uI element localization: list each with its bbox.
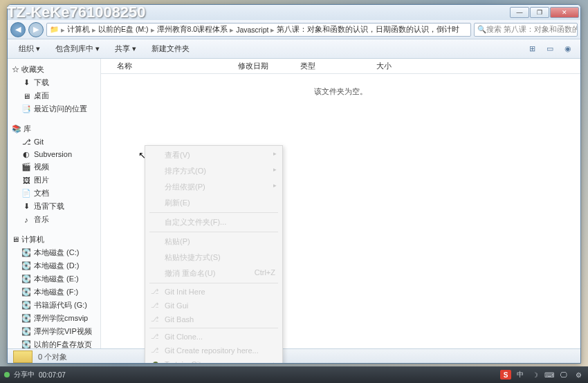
- context-menu-label: 查看(V): [165, 150, 190, 160]
- sidebar-item-label: 本地磁盘 (F:): [34, 287, 78, 297]
- new-folder-button[interactable]: 新建文件夹: [146, 42, 195, 55]
- context-menu-item-3[interactable]: 刷新(E): [147, 195, 281, 211]
- share-status[interactable]: 分享中 00:07:07: [4, 370, 66, 380]
- sidebar-item-pc-0[interactable]: 💽本地磁盘 (C:): [8, 246, 100, 259]
- column-size[interactable]: 大小: [371, 61, 412, 71]
- context-menu-label: 自定义文件夹(F)...: [165, 217, 226, 227]
- context-menu-icon: ⎇: [151, 301, 160, 311]
- context-menu: 查看(V)排序方式(O)分组依据(P)刷新(E)自定义文件夹(F)...粘贴(P…: [145, 145, 283, 364]
- sidebar-item-icon: 💽: [21, 340, 31, 349]
- sidebar-item-icon: 🖥: [21, 91, 31, 101]
- sidebar-fav-header[interactable]: ☆ 收藏夹: [8, 63, 100, 76]
- monitor-icon[interactable]: 🖵: [558, 370, 569, 380]
- sidebar-item-pc-7[interactable]: 💽以前的F盘存放页: [8, 338, 100, 348]
- context-menu-icon: 🐢: [151, 360, 160, 364]
- breadcrumb-item[interactable]: 计算机: [67, 25, 90, 35]
- status-dot-icon: [4, 372, 10, 377]
- include-menu[interactable]: 包含到库中 ▾: [50, 42, 105, 55]
- sidebar-item-icon: 📑: [21, 104, 31, 114]
- sidebar-item-lib-6[interactable]: ♪音乐: [8, 213, 100, 226]
- sidebar-item-lib-0[interactable]: ⎇Git: [8, 136, 100, 148]
- sidebar-item-lib-4[interactable]: 📄文档: [8, 187, 100, 200]
- sidebar-item-icon: 💽: [21, 288, 31, 297]
- minimize-button[interactable]: —: [510, 7, 529, 18]
- column-date[interactable]: 修改日期: [232, 61, 295, 71]
- context-menu-separator: [149, 212, 278, 213]
- breadcrumb-item[interactable]: Javascript: [236, 26, 268, 34]
- context-menu-item-9[interactable]: 撤消 重命名(U)Ctrl+Z: [147, 265, 281, 281]
- preview-icon[interactable]: ▭: [543, 43, 557, 55]
- share-menu[interactable]: 共享 ▾: [109, 42, 142, 55]
- taskbar: 分享中 00:07:07 S 中 ☽ ⌨ 🖵 ⚙: [0, 366, 588, 383]
- navbar: ◀ ▶ 📁 ▸ 计算机 ▸ 以前的E盘 (M:) ▸ 潭州教育8.0课程体系 ▸…: [8, 20, 580, 39]
- sidebar-item-pc-5[interactable]: 💽潭州学院cmsvip: [8, 312, 100, 325]
- sidebar-item-label: 潭州学院cmsvip: [34, 313, 88, 324]
- sidebar-item-label: 图片: [34, 175, 49, 185]
- context-menu-separator: [149, 283, 278, 283]
- sidebar-item-pc-6[interactable]: 💽潭州学院VIP视频: [8, 325, 100, 338]
- column-name[interactable]: 名称: [111, 61, 232, 71]
- file-list-area[interactable]: 名称 修改日期 类型 大小 该文件夹为空。 ↖ 查看(V)排序方式(O)分组依据…: [101, 59, 580, 348]
- sidebar-item-fav-2[interactable]: 📑最近访问的位置: [8, 102, 100, 115]
- sidebar: ☆ 收藏夹⬇下载🖥桌面📑最近访问的位置 📚 库⎇Git◐Subversion🎬视…: [8, 59, 101, 348]
- sidebar-item-fav-1[interactable]: 🖥桌面: [8, 89, 100, 102]
- address-bar[interactable]: 📁 ▸ 计算机 ▸ 以前的E盘 (M:) ▸ 潭州教育8.0课程体系 ▸ Jav…: [46, 23, 471, 37]
- context-menu-separator: [149, 328, 278, 328]
- ime-icon[interactable]: S: [500, 370, 511, 380]
- context-menu-item-12[interactable]: ⎇Git Gui: [147, 299, 281, 312]
- context-menu-item-5[interactable]: 自定义文件夹(F)...: [147, 214, 281, 230]
- keyboard-icon[interactable]: ⌨: [544, 370, 555, 380]
- forward-button[interactable]: ▶: [28, 22, 44, 37]
- context-menu-item-11[interactable]: ⎇Git Init Here: [147, 285, 281, 299]
- breadcrumb-item[interactable]: 以前的E盘 (M:): [98, 25, 149, 35]
- context-menu-item-13[interactable]: ⎇Git Bash: [147, 312, 281, 326]
- context-menu-item-2[interactable]: 分组依据(P): [147, 179, 281, 195]
- context-menu-item-16[interactable]: ⎇Git Create repository here...: [147, 344, 281, 357]
- sidebar-item-label: 音乐: [34, 214, 49, 225]
- moon-icon[interactable]: ☽: [529, 370, 540, 380]
- breadcrumb-item[interactable]: 第八课：对象和函数的认识，日期函数的认识，倒计时: [277, 25, 459, 35]
- context-menu-item-0[interactable]: 查看(V): [147, 147, 281, 163]
- system-tray: S 中 ☽ ⌨ 🖵 ⚙: [500, 370, 584, 380]
- context-menu-item-17[interactable]: 🐢TortoiseGit: [147, 357, 281, 364]
- sidebar-lib-header[interactable]: 📚 库: [8, 122, 100, 136]
- context-menu-label: 分组依据(P): [165, 182, 205, 192]
- content-area: ☆ 收藏夹⬇下载🖥桌面📑最近访问的位置 📚 库⎇Git◐Subversion🎬视…: [8, 59, 580, 348]
- context-menu-icon: ⎇: [151, 333, 160, 342]
- sidebar-item-label: 最近访问的位置: [34, 104, 87, 114]
- sidebar-item-pc-1[interactable]: 💽本地磁盘 (D:): [8, 259, 100, 272]
- context-menu-icon: ⎇: [151, 346, 160, 356]
- folder-icon: [13, 351, 33, 363]
- sidebar-pc-header[interactable]: 🖥 计算机: [8, 233, 100, 246]
- maximize-button[interactable]: ❐: [530, 7, 549, 18]
- sidebar-item-lib-5[interactable]: ⬇迅雷下载: [8, 200, 100, 213]
- breadcrumb-item[interactable]: 潭州教育8.0课程体系: [157, 25, 228, 35]
- sidebar-item-lib-2[interactable]: 🎬视频: [8, 160, 100, 174]
- sidebar-item-label: 桌面: [34, 91, 49, 101]
- empty-folder-message: 该文件夹为空。: [101, 86, 580, 97]
- view-icon[interactable]: ⊞: [525, 43, 539, 55]
- context-menu-separator: [149, 232, 278, 232]
- context-menu-item-15[interactable]: ⎇Git Clone...: [147, 330, 281, 344]
- lang-icon[interactable]: 中: [515, 370, 526, 380]
- column-type[interactable]: 类型: [295, 61, 371, 71]
- context-menu-icon: ⎇: [151, 288, 160, 297]
- help-icon[interactable]: ◉: [561, 43, 575, 55]
- organize-menu[interactable]: 组织 ▾: [13, 42, 46, 55]
- context-menu-label: Git Gui: [165, 301, 188, 310]
- sidebar-item-pc-4[interactable]: 💽书籍源代码 (G:): [8, 299, 100, 312]
- back-button[interactable]: ◀: [10, 22, 26, 37]
- search-input[interactable]: 🔍 搜索 第八课：对象和函数的认识...: [474, 23, 578, 37]
- context-menu-item-7[interactable]: 粘贴(P): [147, 234, 281, 250]
- context-menu-item-8[interactable]: 粘贴快捷方式(S): [147, 250, 281, 265]
- gear-icon[interactable]: ⚙: [573, 370, 584, 380]
- sidebar-item-lib-1[interactable]: ◐Subversion: [8, 148, 100, 160]
- sidebar-item-fav-0[interactable]: ⬇下载: [8, 76, 100, 89]
- context-menu-item-1[interactable]: 排序方式(O): [147, 163, 281, 179]
- sidebar-item-lib-3[interactable]: 🖼图片: [8, 174, 100, 187]
- columns-header: 名称 修改日期 类型 大小: [101, 59, 580, 74]
- sidebar-item-pc-2[interactable]: 💽本地磁盘 (E:): [8, 272, 100, 286]
- sidebar-item-pc-3[interactable]: 💽本地磁盘 (F:): [8, 286, 100, 299]
- close-button[interactable]: ✕: [550, 7, 579, 18]
- status-count: 0 个对象: [38, 352, 67, 362]
